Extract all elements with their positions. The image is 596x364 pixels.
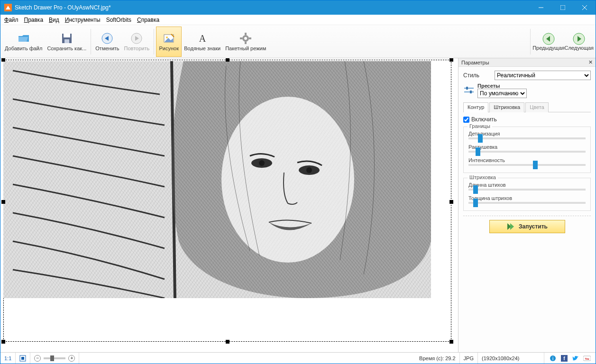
title-bar: Sketch Drawer Pro - OUyAswNCf.jpg* bbox=[0, 0, 596, 15]
sel-handle[interactable] bbox=[449, 200, 453, 204]
svg-rect-37 bbox=[470, 91, 472, 93]
next-image-button[interactable]: Следующая bbox=[564, 27, 594, 57]
enable-label: Включить bbox=[471, 116, 497, 123]
style-select[interactable]: Реалистичный bbox=[495, 71, 591, 80]
gear-icon bbox=[239, 32, 252, 45]
panel-title: Параметры bbox=[461, 60, 489, 65]
undo-icon bbox=[101, 32, 113, 45]
tab-colors[interactable]: Цвета bbox=[525, 102, 549, 112]
twitter-icon[interactable] bbox=[572, 355, 579, 362]
fit-button[interactable] bbox=[16, 353, 30, 364]
group-hatching: Штриховка Длинна штихов Толщина штрихов bbox=[463, 178, 591, 211]
presets-label: Пресеты bbox=[477, 83, 591, 89]
menu-tools[interactable]: Инструменты bbox=[65, 17, 101, 23]
group-bounds: Границы Детализация Растушевка Интенсивн… bbox=[463, 127, 591, 173]
svg-rect-39 bbox=[21, 357, 24, 360]
canvas-image bbox=[3, 61, 431, 298]
parameters-panel: Параметры ✕ Стиль Реалистичный Пресеты П… bbox=[458, 58, 596, 352]
menu-help[interactable]: Справка bbox=[137, 17, 159, 23]
maximize-button[interactable] bbox=[552, 0, 574, 15]
sliders-icon bbox=[463, 86, 475, 95]
menu-view[interactable]: Вид bbox=[49, 17, 59, 23]
dimensions-status: (1920x1080x24) bbox=[478, 353, 544, 364]
intensity-label: Интенсивность bbox=[468, 157, 586, 163]
zoom-out-button[interactable]: − bbox=[34, 355, 41, 362]
status-bar: 1:1 − + Время (с): 29.2 JPG (1920x1080x2… bbox=[0, 352, 596, 364]
strokelen-slider[interactable] bbox=[468, 189, 586, 191]
sel-handle[interactable] bbox=[226, 58, 229, 62]
save-as-button[interactable]: Сохранить как... bbox=[45, 27, 89, 57]
batch-button[interactable]: Пакетный режим bbox=[223, 27, 268, 57]
redo-button[interactable]: Повторить bbox=[122, 27, 152, 57]
enable-checkbox[interactable] bbox=[463, 117, 469, 123]
svg-rect-17 bbox=[240, 37, 242, 39]
svg-text:A: A bbox=[199, 33, 206, 44]
close-button[interactable] bbox=[574, 0, 596, 15]
svg-rect-33 bbox=[3, 61, 431, 298]
menu-softorbits[interactable]: SoftOrbits bbox=[106, 17, 131, 23]
detail-label: Детализация bbox=[468, 131, 586, 136]
prev-image-button[interactable]: Предыдущая bbox=[532, 27, 564, 57]
svg-point-14 bbox=[244, 37, 247, 40]
svg-rect-15 bbox=[245, 33, 247, 35]
tab-contour[interactable]: Контур bbox=[463, 102, 488, 112]
undo-button[interactable]: Отменить bbox=[93, 27, 121, 57]
style-label: Стиль bbox=[463, 72, 492, 79]
feather-slider[interactable] bbox=[468, 151, 586, 153]
menu-file[interactable]: Файл bbox=[4, 17, 18, 23]
separator bbox=[530, 29, 531, 55]
strokelen-label: Длинна штихов bbox=[468, 182, 586, 188]
svg-point-11 bbox=[166, 36, 168, 38]
run-button[interactable]: Запустить bbox=[489, 220, 565, 233]
zoom-label[interactable]: 1:1 bbox=[0, 353, 16, 364]
watermarks-button[interactable]: A Водяные знаки bbox=[182, 27, 223, 57]
facebook-icon[interactable]: f bbox=[560, 355, 568, 362]
zoom-in-button[interactable]: + bbox=[68, 355, 75, 362]
sel-handle[interactable] bbox=[1, 340, 5, 344]
detail-slider[interactable] bbox=[468, 137, 586, 139]
app-icon bbox=[4, 4, 12, 11]
separator bbox=[91, 29, 91, 55]
sel-handle[interactable] bbox=[1, 200, 5, 204]
tab-hatching[interactable]: Штриховка bbox=[489, 102, 524, 112]
separator bbox=[154, 29, 154, 55]
time-status: Время (с): 29.2 bbox=[415, 353, 460, 364]
drawing-button[interactable]: Рисунок bbox=[156, 27, 182, 57]
play-icon bbox=[506, 222, 515, 231]
fit-icon bbox=[19, 355, 26, 362]
svg-rect-18 bbox=[249, 37, 251, 39]
menu-edit[interactable]: Правка bbox=[24, 17, 44, 23]
floppy-icon bbox=[61, 32, 73, 45]
svg-rect-16 bbox=[245, 42, 247, 44]
redo-icon bbox=[130, 32, 143, 45]
svg-rect-6 bbox=[64, 34, 70, 37]
strokew-label: Толщина штрихов bbox=[468, 195, 586, 201]
svg-text:i: i bbox=[552, 356, 553, 361]
strokew-slider[interactable] bbox=[468, 202, 586, 204]
minimize-button[interactable] bbox=[530, 0, 552, 15]
canvas-area[interactable] bbox=[0, 58, 458, 352]
svg-rect-7 bbox=[64, 39, 69, 43]
presets-select[interactable]: По умолчанию bbox=[477, 89, 527, 98]
menu-bar: Файл Правка Вид Инструменты SoftOrbits С… bbox=[0, 15, 596, 25]
svg-text:You: You bbox=[585, 357, 589, 360]
zoom-slider[interactable] bbox=[44, 357, 65, 359]
prev-icon bbox=[542, 33, 555, 45]
text-icon: A bbox=[196, 32, 209, 45]
folder-open-icon bbox=[18, 32, 30, 45]
youtube-icon[interactable]: You bbox=[583, 355, 591, 362]
sel-handle[interactable] bbox=[226, 340, 229, 344]
format-status: JPG bbox=[460, 353, 478, 364]
svg-rect-2 bbox=[560, 5, 565, 10]
info-icon[interactable]: i bbox=[549, 355, 557, 362]
sel-handle[interactable] bbox=[1, 58, 5, 62]
window-title: Sketch Drawer Pro - OUyAswNCf.jpg* bbox=[15, 4, 530, 11]
intensity-slider[interactable] bbox=[468, 164, 586, 166]
next-icon bbox=[573, 33, 585, 45]
add-file-button[interactable]: Добавить файл bbox=[2, 27, 45, 57]
svg-rect-35 bbox=[466, 87, 468, 90]
sel-handle[interactable] bbox=[449, 58, 453, 62]
image-icon bbox=[163, 32, 175, 45]
sel-handle[interactable] bbox=[449, 340, 453, 344]
panel-close-icon[interactable]: ✕ bbox=[588, 59, 593, 65]
